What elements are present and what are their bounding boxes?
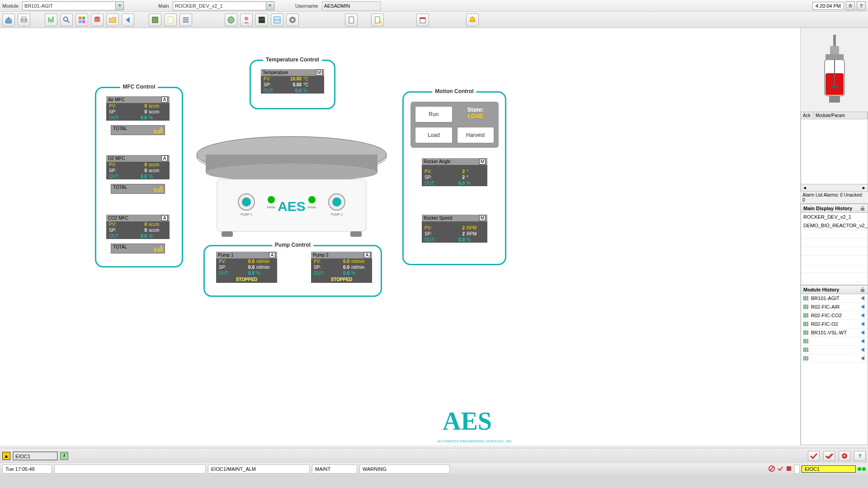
lock-icon[interactable] [860,287,865,292]
list-button[interactable] [179,14,192,26]
history-item[interactable] [801,256,868,264]
open-button[interactable] [106,14,119,26]
co2-mfc-title: CO2 MFC [108,216,128,221]
pump2-pv: 0.0 [330,259,351,264]
co2-mfc-total[interactable]: TOTALL0.00 [111,244,165,253]
eioc-tag[interactable]: EIOC1 [802,465,856,473]
notes-button[interactable] [164,14,177,26]
history-item[interactable] [801,239,868,247]
svg-rect-68 [803,322,805,326]
svg-rect-50 [830,46,839,54]
status-icon-1[interactable] [768,465,775,472]
module-history-item[interactable]: BR101-VSL-WT [801,328,868,337]
module-history-item[interactable]: R02-FIC-O2 [801,320,868,328]
home-button[interactable] [2,14,15,26]
alarm-summary: Alarm List Alarms: 0 Unacked: 0 [801,192,868,204]
svg-point-27 [378,21,381,23]
alert-icon[interactable]: ▲ [2,452,10,460]
bioreactor-icon[interactable] [801,28,868,112]
temperature-control-group: Temperature Control TemperatureM PV:19.8… [250,60,335,109]
alarm-col-ack[interactable]: Ack [801,112,814,119]
o2-mfc-total[interactable]: TOTALL0.00 [111,184,165,194]
header-bar: Module BR101-AGIT Main ROCKER_DEV_v2_1 U… [0,0,868,12]
pump1-faceplate[interactable]: Pump 1A PV:0.0ml/min SP:0.0ml/min OUT:0.… [216,252,277,283]
silence-button[interactable]: ✕ [839,451,850,461]
toolbar [0,12,868,28]
history-item[interactable] [801,273,868,282]
doc2-button[interactable] [371,14,384,26]
grid-button[interactable] [271,14,283,26]
eioc-field[interactable]: EIOC1 [13,451,58,460]
chart-button[interactable] [255,14,268,26]
alarm-table-header: Ack Module/Param [801,112,868,119]
rocker-speed-faceplate[interactable]: Rocker SpeedM PV:2RPM SP:2RPM OUT:0.0% [422,215,487,243]
modules-button[interactable] [75,14,88,26]
alarm-scrollbar[interactable]: ◄► [801,184,868,191]
history-item[interactable]: ROCKER_DEV_v2_1 [801,213,868,221]
o2-mfc-faceplate[interactable]: O2 MFCA PV:0sccm SP:0sccm OUT:0.0% [106,155,170,179]
status-icons [768,465,793,473]
co2-mfc-faceplate[interactable]: CO2 MFCA PV:0sccm SP:0sccm OUT:0.0% [106,215,170,239]
svg-rect-49 [833,35,836,46]
alarm-table-body[interactable]: ◄► [801,119,868,192]
rocker-angle-faceplate[interactable]: Rocker AngleM PV:2° SP:2° OUT:0.0% [422,158,487,186]
svg-rect-63 [805,305,807,309]
pin-button[interactable] [846,1,855,10]
module-history-item[interactable] [801,337,868,346]
pump2-status: STOPPED [311,276,372,283]
alarm-col-module[interactable]: Module/Param [814,112,868,119]
print-button[interactable] [18,14,30,26]
status-warning: WARNING [359,465,450,474]
module-history-item[interactable]: R02-FIC-CO2 [801,311,868,320]
help-button-2[interactable]: ? [854,451,866,461]
info-button[interactable]: i [60,452,68,460]
module-select[interactable]: BR101-AGIT [22,1,124,10]
doc1-button[interactable] [345,14,358,26]
rocker-angle-sp: 2 [440,175,467,180]
pump2-faceplate[interactable]: Pump 2A PV:0.0ml/min SP:0.0ml/min OUT:0.… [311,252,372,283]
rocker-angle-pv: 2 [440,169,467,174]
air-mfc-faceplate[interactable]: Air MFCA PV:0sccm SP:0sccm OUT:0.0% [106,96,170,121]
module-history-item[interactable] [801,346,868,354]
help-button[interactable]: ? [857,1,866,10]
temperature-faceplate[interactable]: TemperatureM PV:19.80°C SP:0.00°C OUT:0.… [261,69,324,94]
rocker-speed-mode: M [479,215,486,221]
status-bar-2: Tue 17:05:49 EIOC1/MAINT_ALM MAINT WARNI… [0,463,868,474]
lock-icon[interactable] [860,206,865,211]
ack-button[interactable] [808,451,820,461]
user-button[interactable] [240,14,253,26]
pump2-sp: 0.0 [330,265,351,270]
svg-rect-74 [803,339,805,343]
module-history-item[interactable]: BR101-AGIT [801,294,868,303]
module-history-item[interactable] [801,354,868,363]
screen-button[interactable] [149,14,161,26]
history-item[interactable] [801,264,868,273]
back-button[interactable] [122,14,134,26]
ack-all-button[interactable] [823,451,835,461]
trend-button[interactable] [45,14,57,26]
svg-text:PUMP 2: PUMP 2 [331,213,343,216]
temperature-pv: 19.80 [279,76,303,81]
alarm-bell-button[interactable] [466,14,479,26]
status-icon-2[interactable] [777,465,784,472]
history-item[interactable] [801,247,868,256]
run-button[interactable]: Run [415,106,453,122]
pump1-status: STOPPED [216,276,277,283]
air-mfc-total[interactable]: TOTALL0.00 [111,125,165,135]
history-item[interactable] [801,230,868,239]
rocker-angle-mode: M [479,159,486,164]
globe-button[interactable] [225,14,237,26]
out-label: OUT: [109,115,125,120]
calendar-button[interactable] [416,14,429,26]
history-item[interactable]: DEMO_BIO_REACTOR_v2_1 [801,221,868,230]
module-history-item[interactable]: R02-FIC-AIR [801,303,868,311]
database-button[interactable] [91,14,104,26]
rocker-device-image: PUMP 1 PUMP 2 PRIME PRIME AES [192,121,391,238]
svg-rect-4 [52,16,54,22]
load-button[interactable]: Load [415,127,453,143]
main-select[interactable]: ROCKER_DEV_v2_1 [173,1,274,10]
harvest-button[interactable]: Harvest [457,127,495,143]
status-icon-3[interactable] [785,465,793,472]
zoom-button[interactable] [60,14,73,26]
settings-button[interactable] [286,14,299,26]
